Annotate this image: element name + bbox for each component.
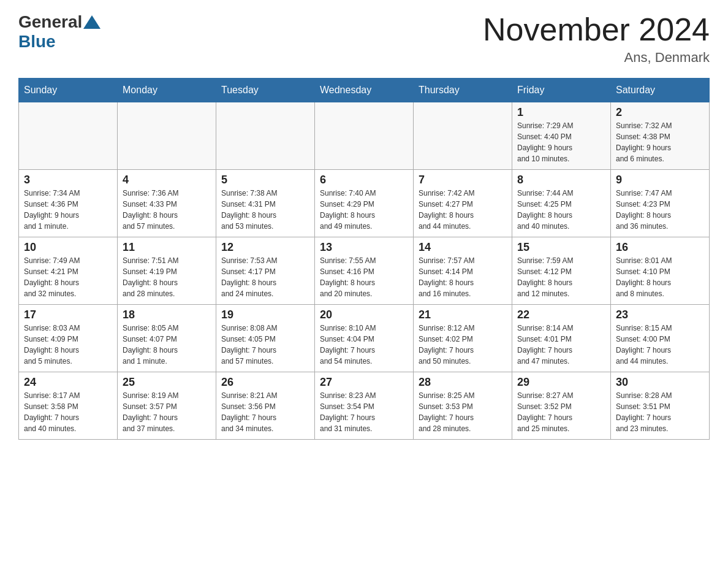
day-info: Sunrise: 8:05 AMSunset: 4:07 PMDaylight:… — [123, 323, 211, 367]
calendar-cell — [19, 102, 118, 170]
calendar-cell: 25Sunrise: 8:19 AMSunset: 3:57 PMDayligh… — [118, 372, 216, 440]
day-number: 1 — [517, 106, 605, 119]
logo-blue: Blue — [18, 32, 56, 51]
day-info: Sunrise: 7:34 AMSunset: 4:36 PMDaylight:… — [24, 188, 112, 232]
day-number: 11 — [123, 241, 211, 254]
calendar-cell: 29Sunrise: 8:27 AMSunset: 3:52 PMDayligh… — [512, 372, 611, 440]
day-number: 8 — [517, 174, 605, 186]
day-number: 13 — [320, 241, 408, 254]
day-number: 17 — [24, 308, 112, 321]
day-info: Sunrise: 7:40 AMSunset: 4:29 PMDaylight:… — [320, 188, 408, 232]
day-number: 20 — [320, 308, 408, 321]
day-number: 18 — [123, 308, 211, 321]
calendar-cell: 2Sunrise: 7:32 AMSunset: 4:38 PMDaylight… — [611, 102, 710, 170]
calendar-cell: 22Sunrise: 8:14 AMSunset: 4:01 PMDayligh… — [512, 305, 611, 372]
calendar-cell: 23Sunrise: 8:15 AMSunset: 4:00 PMDayligh… — [611, 305, 710, 372]
day-number: 25 — [123, 376, 211, 389]
day-number: 4 — [123, 174, 211, 186]
calendar-cell: 15Sunrise: 7:59 AMSunset: 4:12 PMDayligh… — [512, 237, 611, 305]
day-info: Sunrise: 7:42 AMSunset: 4:27 PMDaylight:… — [419, 188, 507, 232]
day-number: 10 — [24, 241, 112, 254]
day-info: Sunrise: 8:10 AMSunset: 4:04 PMDaylight:… — [320, 323, 408, 367]
day-info: Sunrise: 7:59 AMSunset: 4:12 PMDaylight:… — [517, 255, 605, 299]
calendar-cell: 24Sunrise: 8:17 AMSunset: 3:58 PMDayligh… — [19, 372, 118, 440]
calendar-cell: 5Sunrise: 7:38 AMSunset: 4:31 PMDaylight… — [216, 170, 315, 237]
day-info: Sunrise: 7:38 AMSunset: 4:31 PMDaylight:… — [221, 188, 309, 232]
calendar-cell: 9Sunrise: 7:47 AMSunset: 4:23 PMDaylight… — [611, 170, 710, 237]
calendar-cell: 16Sunrise: 8:01 AMSunset: 4:10 PMDayligh… — [611, 237, 710, 305]
calendar-cell: 1Sunrise: 7:29 AMSunset: 4:40 PMDaylight… — [512, 102, 611, 170]
calendar-cell: 21Sunrise: 8:12 AMSunset: 4:02 PMDayligh… — [414, 305, 512, 372]
calendar-subtitle: Ans, Denmark — [483, 50, 710, 66]
day-number: 2 — [616, 106, 704, 119]
week-row-5: 24Sunrise: 8:17 AMSunset: 3:58 PMDayligh… — [19, 372, 710, 440]
logo-triangle-icon — [83, 15, 100, 29]
day-info: Sunrise: 7:49 AMSunset: 4:21 PMDaylight:… — [24, 255, 112, 299]
days-header-row: SundayMondayTuesdayWednesdayThursdayFrid… — [19, 79, 710, 102]
calendar-cell: 17Sunrise: 8:03 AMSunset: 4:09 PMDayligh… — [19, 305, 118, 372]
day-number: 19 — [221, 308, 309, 321]
day-number: 12 — [221, 241, 309, 254]
day-number: 7 — [419, 174, 507, 186]
day-info: Sunrise: 7:36 AMSunset: 4:33 PMDaylight:… — [123, 188, 211, 232]
calendar-cell — [216, 102, 315, 170]
calendar-cell: 12Sunrise: 7:53 AMSunset: 4:17 PMDayligh… — [216, 237, 315, 305]
logo: General Blue — [18, 12, 102, 52]
header: General Blue November 2024 Ans, Denmark — [18, 12, 710, 66]
day-info: Sunrise: 8:25 AMSunset: 3:53 PMDaylight:… — [419, 390, 507, 434]
day-number: 16 — [616, 241, 704, 254]
day-number: 14 — [419, 241, 507, 254]
day-number: 21 — [419, 308, 507, 321]
day-info: Sunrise: 7:47 AMSunset: 4:23 PMDaylight:… — [616, 188, 704, 232]
day-info: Sunrise: 8:15 AMSunset: 4:00 PMDaylight:… — [616, 323, 704, 367]
day-info: Sunrise: 7:57 AMSunset: 4:14 PMDaylight:… — [419, 255, 507, 299]
title-section: November 2024 Ans, Denmark — [483, 12, 710, 66]
calendar-cell: 20Sunrise: 8:10 AMSunset: 4:04 PMDayligh… — [315, 305, 414, 372]
calendar-cell: 27Sunrise: 8:23 AMSunset: 3:54 PMDayligh… — [315, 372, 414, 440]
day-header-tuesday: Tuesday — [216, 79, 315, 102]
day-number: 23 — [616, 308, 704, 321]
calendar-cell: 6Sunrise: 7:40 AMSunset: 4:29 PMDaylight… — [315, 170, 414, 237]
day-number: 6 — [320, 174, 408, 186]
calendar-cell: 7Sunrise: 7:42 AMSunset: 4:27 PMDaylight… — [414, 170, 512, 237]
day-info: Sunrise: 8:28 AMSunset: 3:51 PMDaylight:… — [616, 390, 704, 434]
day-number: 15 — [517, 241, 605, 254]
day-info: Sunrise: 8:23 AMSunset: 3:54 PMDaylight:… — [320, 390, 408, 434]
calendar-cell: 18Sunrise: 8:05 AMSunset: 4:07 PMDayligh… — [118, 305, 216, 372]
calendar-cell: 11Sunrise: 7:51 AMSunset: 4:19 PMDayligh… — [118, 237, 216, 305]
day-info: Sunrise: 8:03 AMSunset: 4:09 PMDaylight:… — [24, 323, 112, 367]
day-number: 29 — [517, 376, 605, 389]
day-number: 27 — [320, 376, 408, 389]
calendar-cell: 14Sunrise: 7:57 AMSunset: 4:14 PMDayligh… — [414, 237, 512, 305]
day-info: Sunrise: 7:32 AMSunset: 4:38 PMDaylight:… — [616, 120, 704, 164]
day-info: Sunrise: 7:55 AMSunset: 4:16 PMDaylight:… — [320, 255, 408, 299]
calendar-cell: 8Sunrise: 7:44 AMSunset: 4:25 PMDaylight… — [512, 170, 611, 237]
day-header-saturday: Saturday — [611, 79, 710, 102]
calendar-title: November 2024 — [483, 12, 710, 47]
day-number: 24 — [24, 376, 112, 389]
day-info: Sunrise: 8:14 AMSunset: 4:01 PMDaylight:… — [517, 323, 605, 367]
day-info: Sunrise: 8:19 AMSunset: 3:57 PMDaylight:… — [123, 390, 211, 434]
day-number: 30 — [616, 376, 704, 389]
calendar-cell: 28Sunrise: 8:25 AMSunset: 3:53 PMDayligh… — [414, 372, 512, 440]
day-info: Sunrise: 8:08 AMSunset: 4:05 PMDaylight:… — [221, 323, 309, 367]
calendar-cell: 13Sunrise: 7:55 AMSunset: 4:16 PMDayligh… — [315, 237, 414, 305]
day-header-friday: Friday — [512, 79, 611, 102]
day-info: Sunrise: 8:27 AMSunset: 3:52 PMDaylight:… — [517, 390, 605, 434]
day-number: 26 — [221, 376, 309, 389]
calendar-cell: 19Sunrise: 8:08 AMSunset: 4:05 PMDayligh… — [216, 305, 315, 372]
calendar-cell — [315, 102, 414, 170]
day-info: Sunrise: 7:44 AMSunset: 4:25 PMDaylight:… — [517, 188, 605, 232]
day-info: Sunrise: 8:21 AMSunset: 3:56 PMDaylight:… — [221, 390, 309, 434]
day-info: Sunrise: 7:51 AMSunset: 4:19 PMDaylight:… — [123, 255, 211, 299]
day-info: Sunrise: 7:29 AMSunset: 4:40 PMDaylight:… — [517, 120, 605, 164]
day-number: 9 — [616, 174, 704, 186]
calendar-cell — [414, 102, 512, 170]
week-row-2: 3Sunrise: 7:34 AMSunset: 4:36 PMDaylight… — [19, 170, 710, 237]
week-row-1: 1Sunrise: 7:29 AMSunset: 4:40 PMDaylight… — [19, 102, 710, 170]
day-header-monday: Monday — [118, 79, 216, 102]
calendar-cell — [118, 102, 216, 170]
day-number: 28 — [419, 376, 507, 389]
day-header-sunday: Sunday — [19, 79, 118, 102]
calendar-cell: 30Sunrise: 8:28 AMSunset: 3:51 PMDayligh… — [611, 372, 710, 440]
